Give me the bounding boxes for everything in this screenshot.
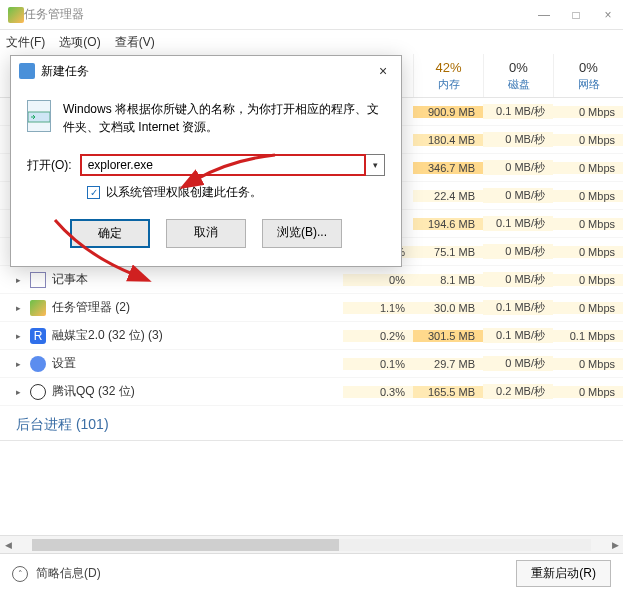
chevron-up-icon: ˄: [12, 566, 28, 582]
chevron-down-icon[interactable]: ▾: [366, 155, 384, 175]
note-icon: [30, 272, 46, 288]
disk-cell: 0 MB/秒: [483, 244, 553, 259]
mem-cell: 180.4 MB: [413, 134, 483, 146]
colhead-disk[interactable]: 0% 磁盘: [483, 54, 553, 97]
menubar: 文件(F) 选项(O) 查看(V): [0, 30, 623, 54]
menu-view[interactable]: 查看(V): [115, 34, 155, 51]
disk-cell: 0 MB/秒: [483, 272, 553, 287]
scroll-right-icon[interactable]: ▶: [607, 540, 623, 550]
table-row[interactable]: ▸R融媒宝2.0 (32 位) (3)0.2%301.5 MB0.1 MB/秒0…: [0, 322, 623, 350]
ok-button[interactable]: 确定: [70, 219, 150, 248]
disk-cell: 0.1 MB/秒: [483, 216, 553, 231]
scroll-thumb[interactable]: [32, 539, 339, 551]
mem-cell: 900.9 MB: [413, 106, 483, 118]
mem-cell: 29.7 MB: [413, 358, 483, 370]
disk-cell: 0 MB/秒: [483, 132, 553, 147]
disk-cell: 0 MB/秒: [483, 356, 553, 371]
titlebar: 任务管理器 — □ ×: [0, 0, 623, 30]
table-row[interactable]: ▸腾讯QQ (32 位)0.3%165.5 MB0.2 MB/秒0 Mbps: [0, 378, 623, 406]
process-name: ▸腾讯QQ (32 位): [0, 383, 343, 400]
admin-label: 以系统管理权限创建此任务。: [106, 184, 262, 201]
cpu-cell: 0.1%: [343, 358, 413, 370]
mem-cell: 346.7 MB: [413, 162, 483, 174]
run-icon: [19, 63, 35, 79]
expand-caret-icon[interactable]: ▸: [16, 331, 24, 341]
net-cell: 0 Mbps: [553, 274, 623, 286]
cancel-button[interactable]: 取消: [166, 219, 246, 248]
net-cell: 0 Mbps: [553, 218, 623, 230]
cpu-cell: 0.3%: [343, 386, 413, 398]
qq-icon: [30, 384, 46, 400]
close-button[interactable]: ×: [601, 8, 615, 22]
bottombar: ˄ 简略信息(D) 重新启动(R): [0, 553, 623, 593]
mem-cell: 30.0 MB: [413, 302, 483, 314]
net-cell: 0 Mbps: [553, 190, 623, 202]
net-cell: 0 Mbps: [553, 386, 623, 398]
colhead-net[interactable]: 0% 网络: [553, 54, 623, 97]
mem-cell: 165.5 MB: [413, 386, 483, 398]
menu-file[interactable]: 文件(F): [6, 34, 45, 51]
fewer-details-button[interactable]: ˄ 简略信息(D): [12, 565, 101, 582]
app-icon: [8, 7, 24, 23]
expand-caret-icon[interactable]: ▸: [16, 387, 24, 397]
process-name: ▸设置: [0, 355, 343, 372]
net-cell: 0 Mbps: [553, 246, 623, 258]
open-input[interactable]: explorer.exe: [80, 154, 366, 176]
expand-caret-icon[interactable]: ▸: [16, 359, 24, 369]
open-combobox[interactable]: explorer.exe ▾: [80, 154, 385, 176]
colhead-mem[interactable]: 42% 内存: [413, 54, 483, 97]
cpu-cell: 0%: [343, 274, 413, 286]
horizontal-scrollbar[interactable]: ◀ ▶: [0, 535, 623, 553]
disk-cell: 0.1 MB/秒: [483, 300, 553, 315]
tm-icon: [30, 300, 46, 316]
disk-cell: 0 MB/秒: [483, 160, 553, 175]
table-row[interactable]: ▸记事本0%8.1 MB0 MB/秒0 Mbps: [0, 266, 623, 294]
minimize-button[interactable]: —: [537, 8, 551, 22]
mem-cell: 8.1 MB: [413, 274, 483, 286]
section-background: 后台进程 (101): [0, 406, 623, 441]
mem-cell: 301.5 MB: [413, 330, 483, 342]
net-cell: 0.1 Mbps: [553, 330, 623, 342]
gear-icon: [30, 356, 46, 372]
dialog-close-button[interactable]: ×: [373, 63, 393, 79]
cpu-cell: 0.2%: [343, 330, 413, 342]
menu-options[interactable]: 选项(O): [59, 34, 100, 51]
process-name: ▸R融媒宝2.0 (32 位) (3): [0, 327, 343, 344]
process-name: ▸任务管理器 (2): [0, 299, 343, 316]
run-dialog: 新建任务 × Windows 将根据你所键入的名称，为你打开相应的程序、文件夹、…: [10, 55, 402, 267]
scroll-left-icon[interactable]: ◀: [0, 540, 16, 550]
run-big-icon: [27, 100, 51, 132]
dialog-title: 新建任务: [41, 63, 373, 80]
net-cell: 0 Mbps: [553, 106, 623, 118]
disk-cell: 0 MB/秒: [483, 188, 553, 203]
disk-cell: 0.2 MB/秒: [483, 384, 553, 399]
maximize-button[interactable]: □: [569, 8, 583, 22]
net-cell: 0 Mbps: [553, 162, 623, 174]
mem-cell: 194.6 MB: [413, 218, 483, 230]
disk-cell: 0.1 MB/秒: [483, 328, 553, 343]
window-title: 任务管理器: [24, 6, 537, 23]
table-row[interactable]: ▸设置0.1%29.7 MB0 MB/秒0 Mbps: [0, 350, 623, 378]
restart-button[interactable]: 重新启动(R): [516, 560, 611, 587]
disk-cell: 0.1 MB/秒: [483, 104, 553, 119]
mem-cell: 22.4 MB: [413, 190, 483, 202]
expand-caret-icon[interactable]: ▸: [16, 275, 24, 285]
browse-button[interactable]: 浏览(B)...: [262, 219, 342, 248]
mem-cell: 75.1 MB: [413, 246, 483, 258]
process-name: ▸记事本: [0, 271, 343, 288]
open-label: 打开(O):: [27, 157, 72, 174]
table-row[interactable]: ▸任务管理器 (2)1.1%30.0 MB0.1 MB/秒0 Mbps: [0, 294, 623, 322]
dialog-message: Windows 将根据你所键入的名称，为你打开相应的程序、文件夹、文档或 Int…: [63, 100, 385, 136]
expand-caret-icon[interactable]: ▸: [16, 303, 24, 313]
dialog-titlebar: 新建任务 ×: [11, 56, 401, 86]
net-cell: 0 Mbps: [553, 302, 623, 314]
cpu-cell: 1.1%: [343, 302, 413, 314]
net-cell: 0 Mbps: [553, 358, 623, 370]
admin-checkbox[interactable]: ✓: [87, 186, 100, 199]
r-icon: R: [30, 328, 46, 344]
net-cell: 0 Mbps: [553, 134, 623, 146]
